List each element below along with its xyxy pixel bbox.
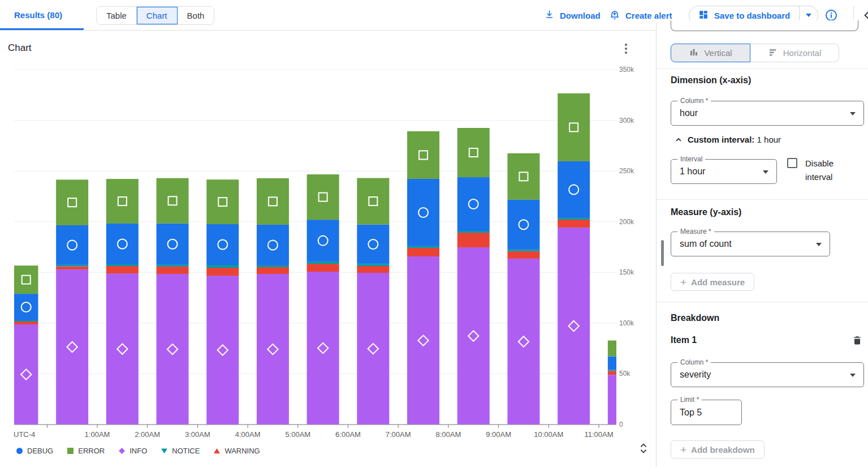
interval-select[interactable]: Interval 1 hour <box>671 159 777 184</box>
bar-segment-info[interactable] <box>457 247 490 425</box>
bar-segment-notice[interactable] <box>608 370 616 371</box>
bar-segment-notice[interactable] <box>307 262 339 264</box>
bar-segment-warning[interactable] <box>257 267 289 274</box>
legend-item-info[interactable]: INFO <box>118 447 147 455</box>
stacked-bar-chart: 050k100k150k200k250k300k350kUTC-41:00AM2… <box>0 30 656 467</box>
bar-segment-debug[interactable] <box>157 224 189 265</box>
bar-segment-debug[interactable] <box>558 161 590 218</box>
bar-segment-warning[interactable] <box>56 267 88 269</box>
bar-segment-notice[interactable] <box>106 264 139 266</box>
column-field-value: hour <box>680 108 698 118</box>
legend-label: ERROR <box>78 447 105 455</box>
bar-segment-error[interactable] <box>457 128 490 177</box>
bar-segment-warning[interactable] <box>407 248 439 256</box>
breakdown-heading: Breakdown <box>671 313 719 323</box>
bar-segment-notice[interactable] <box>56 265 88 267</box>
bar-segment-warning[interactable] <box>14 322 38 324</box>
add-breakdown-label: Add breakdown <box>691 445 755 455</box>
bar-segment-debug[interactable] <box>14 294 38 320</box>
add-breakdown-button[interactable]: + Add breakdown <box>671 440 765 459</box>
legend-item-error[interactable]: ERROR <box>67 447 105 455</box>
legend-item-notice[interactable]: NOTICE <box>161 447 200 455</box>
bar-segment-warning[interactable] <box>106 266 139 273</box>
save-dropdown-button[interactable] <box>800 14 818 17</box>
delete-breakdown-icon[interactable] <box>852 334 864 346</box>
bar-segment-error[interactable] <box>14 265 38 294</box>
bar-segment-debug[interactable] <box>307 220 339 262</box>
bar-segment-notice[interactable] <box>357 264 389 266</box>
bar-segment-info[interactable] <box>157 274 189 425</box>
bar-segment-warning[interactable] <box>357 266 389 273</box>
results-tab[interactable]: Results (80) <box>14 0 62 30</box>
bar-segment-debug[interactable] <box>56 225 88 265</box>
bar-segment-warning[interactable] <box>206 268 239 276</box>
bar-segment-error[interactable] <box>507 153 539 200</box>
bar-segment-error[interactable] <box>407 131 439 179</box>
bar-segment-debug[interactable] <box>407 179 439 246</box>
bar-segment-error[interactable] <box>357 178 389 225</box>
bar-segment-info[interactable] <box>106 273 139 425</box>
bar-segment-warning[interactable] <box>307 264 339 272</box>
bar-segment-info[interactable] <box>608 375 616 425</box>
bar-segment-debug[interactable] <box>357 225 389 264</box>
horizontal-orientation-button[interactable]: Horizontal <box>750 44 839 62</box>
download-button[interactable]: Download <box>544 7 601 23</box>
bar-segment-info[interactable] <box>558 228 590 425</box>
view-toggle-table[interactable]: Table <box>97 7 137 24</box>
bar-segment-error[interactable] <box>56 179 88 225</box>
bar-segment-warning[interactable] <box>558 220 590 228</box>
sidebar-scrollbar[interactable] <box>661 240 664 266</box>
bar-segment-info[interactable] <box>257 274 289 425</box>
disable-interval-checkbox[interactable] <box>787 158 797 168</box>
breakdown-limit-input[interactable]: Limit * Top 5 <box>671 400 742 425</box>
bar-segment-debug[interactable] <box>608 356 616 370</box>
bar-segment-warning[interactable] <box>157 267 189 274</box>
bar-segment-notice[interactable] <box>558 218 590 220</box>
view-toggle-both[interactable]: Both <box>178 7 214 24</box>
bar-segment-debug[interactable] <box>106 224 139 264</box>
bar-segment-notice[interactable] <box>457 231 490 233</box>
legend-item-warning[interactable]: WARNING <box>213 447 260 455</box>
unfold-more-icon[interactable] <box>637 442 650 457</box>
x-axis-tick-label: 3:00AM <box>185 430 210 439</box>
bar-segment-debug[interactable] <box>257 225 289 265</box>
bar-segment-debug[interactable] <box>457 177 490 231</box>
bar-segment-error[interactable] <box>558 93 590 161</box>
bar-segment-info[interactable] <box>507 259 539 425</box>
bar-segment-debug[interactable] <box>507 200 539 250</box>
custom-interval-toggle[interactable]: Custom interval: 1 hour <box>674 135 781 144</box>
bar-segment-info[interactable] <box>357 273 389 425</box>
dimension-column-select[interactable]: Column * hour <box>671 101 864 126</box>
x-axis-tick-label: 4:00AM <box>235 430 261 439</box>
bar-segment-notice[interactable] <box>206 265 239 268</box>
bar-segment-info[interactable] <box>407 256 439 425</box>
bar-segment-error[interactable] <box>206 179 239 224</box>
bar-segment-error[interactable] <box>257 178 289 225</box>
add-measure-button[interactable]: + Add measure <box>671 273 754 291</box>
measure-select[interactable]: Measure * sum of count <box>671 232 830 256</box>
vertical-orientation-button[interactable]: Vertical <box>671 44 750 62</box>
bar-segment-notice[interactable] <box>507 250 539 251</box>
bar-segment-info[interactable] <box>14 324 38 425</box>
bar-segment-error[interactable] <box>106 179 139 224</box>
bar-segment-info[interactable] <box>206 276 239 425</box>
bar-segment-notice[interactable] <box>14 320 38 322</box>
bar-segment-debug[interactable] <box>206 224 239 265</box>
bar-segment-warning[interactable] <box>457 233 490 247</box>
bar-segment-error[interactable] <box>608 340 616 356</box>
create-alert-button[interactable]: Create alert <box>609 7 672 23</box>
bar-segment-error[interactable] <box>157 178 189 224</box>
bar-segment-info[interactable] <box>307 272 339 425</box>
bar-segment-info[interactable] <box>56 269 88 425</box>
view-toggle-chart[interactable]: Chart <box>137 7 178 24</box>
bar-segment-notice[interactable] <box>157 265 189 267</box>
bar-segment-notice[interactable] <box>407 246 439 248</box>
bar-segment-warning[interactable] <box>608 371 616 375</box>
bar-segment-error[interactable] <box>307 174 339 220</box>
collapse-panel-icon[interactable] <box>860 8 868 23</box>
bar-segment-notice[interactable] <box>257 265 289 267</box>
save-to-dashboard-button[interactable]: Save to dashboard <box>689 10 799 22</box>
breakdown-column-select[interactable]: Column * severity <box>671 362 864 387</box>
legend-item-debug[interactable]: DEBUG <box>16 447 53 455</box>
bar-segment-warning[interactable] <box>507 251 539 259</box>
